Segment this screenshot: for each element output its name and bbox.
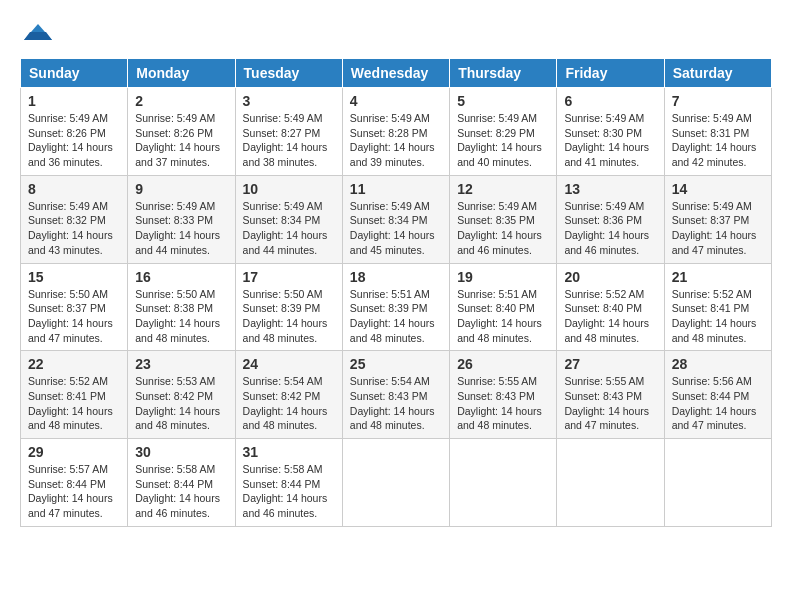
day-info: Sunrise: 5:49 AM Sunset: 8:33 PM Dayligh…	[135, 199, 227, 258]
calendar-cell: 3 Sunrise: 5:49 AM Sunset: 8:27 PM Dayli…	[235, 88, 342, 176]
day-number: 8	[28, 181, 120, 197]
day-number: 19	[457, 269, 549, 285]
day-number: 2	[135, 93, 227, 109]
day-info: Sunrise: 5:51 AM Sunset: 8:39 PM Dayligh…	[350, 287, 442, 346]
day-info: Sunrise: 5:54 AM Sunset: 8:43 PM Dayligh…	[350, 374, 442, 433]
calendar-cell: 4 Sunrise: 5:49 AM Sunset: 8:28 PM Dayli…	[342, 88, 449, 176]
calendar-cell: 31 Sunrise: 5:58 AM Sunset: 8:44 PM Dayl…	[235, 439, 342, 527]
day-number: 7	[672, 93, 764, 109]
day-number: 1	[28, 93, 120, 109]
calendar-cell	[557, 439, 664, 527]
calendar-cell: 12 Sunrise: 5:49 AM Sunset: 8:35 PM Dayl…	[450, 175, 557, 263]
day-info: Sunrise: 5:49 AM Sunset: 8:27 PM Dayligh…	[243, 111, 335, 170]
day-info: Sunrise: 5:54 AM Sunset: 8:42 PM Dayligh…	[243, 374, 335, 433]
calendar-cell: 28 Sunrise: 5:56 AM Sunset: 8:44 PM Dayl…	[664, 351, 771, 439]
day-number: 16	[135, 269, 227, 285]
day-number: 6	[564, 93, 656, 109]
calendar-cell: 26 Sunrise: 5:55 AM Sunset: 8:43 PM Dayl…	[450, 351, 557, 439]
calendar-cell	[664, 439, 771, 527]
calendar-cell: 7 Sunrise: 5:49 AM Sunset: 8:31 PM Dayli…	[664, 88, 771, 176]
day-number: 15	[28, 269, 120, 285]
week-row-4: 22 Sunrise: 5:52 AM Sunset: 8:41 PM Dayl…	[21, 351, 772, 439]
calendar-cell: 19 Sunrise: 5:51 AM Sunset: 8:40 PM Dayl…	[450, 263, 557, 351]
calendar-cell: 20 Sunrise: 5:52 AM Sunset: 8:40 PM Dayl…	[557, 263, 664, 351]
weekday-header-saturday: Saturday	[664, 59, 771, 88]
day-number: 14	[672, 181, 764, 197]
calendar-cell: 14 Sunrise: 5:49 AM Sunset: 8:37 PM Dayl…	[664, 175, 771, 263]
calendar-cell: 25 Sunrise: 5:54 AM Sunset: 8:43 PM Dayl…	[342, 351, 449, 439]
logo-icon	[24, 20, 52, 48]
calendar-cell: 13 Sunrise: 5:49 AM Sunset: 8:36 PM Dayl…	[557, 175, 664, 263]
day-number: 24	[243, 356, 335, 372]
day-info: Sunrise: 5:52 AM Sunset: 8:40 PM Dayligh…	[564, 287, 656, 346]
day-number: 10	[243, 181, 335, 197]
day-info: Sunrise: 5:52 AM Sunset: 8:41 PM Dayligh…	[28, 374, 120, 433]
calendar-cell	[342, 439, 449, 527]
weekday-header-sunday: Sunday	[21, 59, 128, 88]
calendar-cell: 23 Sunrise: 5:53 AM Sunset: 8:42 PM Dayl…	[128, 351, 235, 439]
day-number: 5	[457, 93, 549, 109]
day-info: Sunrise: 5:50 AM Sunset: 8:38 PM Dayligh…	[135, 287, 227, 346]
calendar-cell: 27 Sunrise: 5:55 AM Sunset: 8:43 PM Dayl…	[557, 351, 664, 439]
logo	[20, 20, 52, 48]
day-number: 28	[672, 356, 764, 372]
calendar-table: SundayMondayTuesdayWednesdayThursdayFrid…	[20, 58, 772, 527]
day-number: 21	[672, 269, 764, 285]
calendar-cell: 17 Sunrise: 5:50 AM Sunset: 8:39 PM Dayl…	[235, 263, 342, 351]
day-info: Sunrise: 5:58 AM Sunset: 8:44 PM Dayligh…	[243, 462, 335, 521]
calendar-cell: 1 Sunrise: 5:49 AM Sunset: 8:26 PM Dayli…	[21, 88, 128, 176]
day-number: 3	[243, 93, 335, 109]
day-number: 26	[457, 356, 549, 372]
day-info: Sunrise: 5:49 AM Sunset: 8:31 PM Dayligh…	[672, 111, 764, 170]
day-number: 9	[135, 181, 227, 197]
calendar-cell: 11 Sunrise: 5:49 AM Sunset: 8:34 PM Dayl…	[342, 175, 449, 263]
weekday-header-row: SundayMondayTuesdayWednesdayThursdayFrid…	[21, 59, 772, 88]
day-info: Sunrise: 5:49 AM Sunset: 8:26 PM Dayligh…	[135, 111, 227, 170]
calendar-cell: 18 Sunrise: 5:51 AM Sunset: 8:39 PM Dayl…	[342, 263, 449, 351]
calendar-cell: 29 Sunrise: 5:57 AM Sunset: 8:44 PM Dayl…	[21, 439, 128, 527]
weekday-header-thursday: Thursday	[450, 59, 557, 88]
day-number: 13	[564, 181, 656, 197]
day-number: 11	[350, 181, 442, 197]
svg-marker-1	[24, 32, 52, 40]
calendar-cell: 15 Sunrise: 5:50 AM Sunset: 8:37 PM Dayl…	[21, 263, 128, 351]
day-number: 30	[135, 444, 227, 460]
week-row-5: 29 Sunrise: 5:57 AM Sunset: 8:44 PM Dayl…	[21, 439, 772, 527]
weekday-header-tuesday: Tuesday	[235, 59, 342, 88]
calendar-cell: 2 Sunrise: 5:49 AM Sunset: 8:26 PM Dayli…	[128, 88, 235, 176]
day-number: 27	[564, 356, 656, 372]
day-info: Sunrise: 5:49 AM Sunset: 8:36 PM Dayligh…	[564, 199, 656, 258]
day-info: Sunrise: 5:49 AM Sunset: 8:29 PM Dayligh…	[457, 111, 549, 170]
calendar-cell: 21 Sunrise: 5:52 AM Sunset: 8:41 PM Dayl…	[664, 263, 771, 351]
day-info: Sunrise: 5:58 AM Sunset: 8:44 PM Dayligh…	[135, 462, 227, 521]
day-info: Sunrise: 5:55 AM Sunset: 8:43 PM Dayligh…	[457, 374, 549, 433]
day-info: Sunrise: 5:49 AM Sunset: 8:35 PM Dayligh…	[457, 199, 549, 258]
weekday-header-wednesday: Wednesday	[342, 59, 449, 88]
day-info: Sunrise: 5:49 AM Sunset: 8:30 PM Dayligh…	[564, 111, 656, 170]
calendar-cell: 24 Sunrise: 5:54 AM Sunset: 8:42 PM Dayl…	[235, 351, 342, 439]
calendar-cell: 8 Sunrise: 5:49 AM Sunset: 8:32 PM Dayli…	[21, 175, 128, 263]
calendar-cell: 30 Sunrise: 5:58 AM Sunset: 8:44 PM Dayl…	[128, 439, 235, 527]
weekday-header-monday: Monday	[128, 59, 235, 88]
day-info: Sunrise: 5:49 AM Sunset: 8:32 PM Dayligh…	[28, 199, 120, 258]
calendar-cell: 9 Sunrise: 5:49 AM Sunset: 8:33 PM Dayli…	[128, 175, 235, 263]
day-number: 18	[350, 269, 442, 285]
calendar-cell: 10 Sunrise: 5:49 AM Sunset: 8:34 PM Dayl…	[235, 175, 342, 263]
day-info: Sunrise: 5:50 AM Sunset: 8:37 PM Dayligh…	[28, 287, 120, 346]
calendar-cell: 5 Sunrise: 5:49 AM Sunset: 8:29 PM Dayli…	[450, 88, 557, 176]
week-row-1: 1 Sunrise: 5:49 AM Sunset: 8:26 PM Dayli…	[21, 88, 772, 176]
day-number: 17	[243, 269, 335, 285]
day-number: 22	[28, 356, 120, 372]
day-number: 12	[457, 181, 549, 197]
day-number: 25	[350, 356, 442, 372]
calendar-cell: 22 Sunrise: 5:52 AM Sunset: 8:41 PM Dayl…	[21, 351, 128, 439]
day-info: Sunrise: 5:49 AM Sunset: 8:37 PM Dayligh…	[672, 199, 764, 258]
day-info: Sunrise: 5:53 AM Sunset: 8:42 PM Dayligh…	[135, 374, 227, 433]
day-info: Sunrise: 5:49 AM Sunset: 8:26 PM Dayligh…	[28, 111, 120, 170]
day-number: 29	[28, 444, 120, 460]
day-info: Sunrise: 5:49 AM Sunset: 8:34 PM Dayligh…	[350, 199, 442, 258]
week-row-3: 15 Sunrise: 5:50 AM Sunset: 8:37 PM Dayl…	[21, 263, 772, 351]
day-number: 20	[564, 269, 656, 285]
calendar-cell: 6 Sunrise: 5:49 AM Sunset: 8:30 PM Dayli…	[557, 88, 664, 176]
day-info: Sunrise: 5:56 AM Sunset: 8:44 PM Dayligh…	[672, 374, 764, 433]
